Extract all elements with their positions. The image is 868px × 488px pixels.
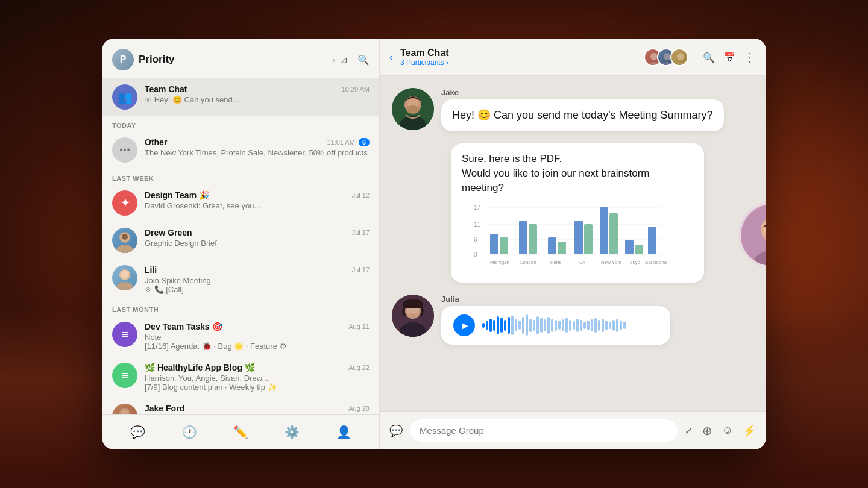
waveform-bar bbox=[587, 321, 590, 330]
chat-item-other[interactable]: ··· Other 11:01 AM 6 The New York Times,… bbox=[102, 131, 379, 169]
chat-item-healthy[interactable]: ≡ 🌿 HealthyLife App Blog 🌿 Aug 22 Harris… bbox=[102, 357, 379, 398]
chat-time: 10:20 AM bbox=[342, 86, 370, 93]
svg-rect-33 bbox=[500, 237, 508, 254]
waveform-bar bbox=[609, 322, 611, 329]
nav-groups-icon[interactable]: ⚙️ bbox=[281, 421, 303, 443]
chat-name-row: Drew Green Jul 17 bbox=[145, 228, 370, 237]
chat-item-team-chat[interactable]: 👥 Team Chat 10:20 AM 👁 Hey! 😊 Can you se… bbox=[102, 78, 379, 116]
calendar-icon[interactable]: 📅 bbox=[723, 52, 735, 63]
waveform-bar bbox=[562, 319, 564, 331]
chat-item-jake-ford[interactable]: Jake Ford Aug 28 👁 🙌 bbox=[102, 398, 379, 414]
julia-sender-name: Julia bbox=[441, 295, 670, 304]
filter-icon[interactable]: ⊿ bbox=[340, 54, 348, 66]
unread-badge: 6 bbox=[359, 138, 370, 146]
jake-sender-name: Jake bbox=[441, 88, 724, 97]
svg-text:London: London bbox=[520, 260, 536, 265]
svg-rect-42 bbox=[625, 240, 634, 254]
nav-chat-icon[interactable]: 💬 bbox=[127, 421, 149, 443]
user-avatar: P bbox=[112, 49, 134, 70]
svg-rect-38 bbox=[574, 221, 583, 254]
chat-item-lili[interactable]: Lili Jul 17 Join Spike Meeting 👁 📞 [Call… bbox=[102, 259, 379, 300]
svg-point-3 bbox=[122, 234, 128, 240]
seen-icon: 👁 bbox=[145, 96, 152, 104]
chat-info-drew: Drew Green Jul 17 Graphic Design Brief bbox=[145, 228, 370, 248]
chat-preview: David Grosenki: Great, see you... bbox=[145, 201, 370, 210]
chat-preview: Join Spike Meeting bbox=[145, 276, 370, 285]
svg-text:11: 11 bbox=[474, 221, 481, 228]
right-msg-content: Sure, here is the PDF.Would you like to … bbox=[451, 143, 704, 282]
waveform-bar bbox=[515, 319, 517, 331]
waveform-bar bbox=[518, 321, 521, 330]
waveform-bar bbox=[555, 320, 557, 331]
chat-item-dev-tasks[interactable]: ≡ Dev Team Tasks 🎯 Aug 11 Note [11/16] A… bbox=[102, 316, 379, 357]
waveform-bar bbox=[529, 319, 532, 332]
input-action-icons: ⤢ ⊕ ☺ ⚡ bbox=[685, 424, 756, 438]
chat-name-row: 🌿 HealthyLife App Blog 🌿 Aug 22 bbox=[145, 363, 370, 372]
waveform-bar bbox=[602, 319, 604, 332]
waveform-bar bbox=[616, 319, 618, 332]
search-chat-icon[interactable]: 🔍 bbox=[703, 52, 715, 63]
chat-name: Drew Green bbox=[145, 228, 192, 237]
sidebar-title-chevron: › bbox=[333, 55, 335, 64]
chat-header-info: Team Chat 3 Participants › bbox=[400, 48, 637, 67]
expand-icon[interactable]: ⤢ bbox=[685, 425, 693, 436]
nav-contacts-icon[interactable]: 👤 bbox=[333, 421, 355, 443]
message-input[interactable] bbox=[410, 419, 678, 442]
chat-preview: Graphic Design Brief bbox=[145, 239, 370, 248]
svg-rect-43 bbox=[635, 245, 643, 254]
chat-item-design-team[interactable]: ✦ Design Team 🎉 Jul 12 David Grosenki: G… bbox=[102, 184, 379, 222]
chat-info-dev: Dev Team Tasks 🎯 Aug 11 Note [11/16] Age… bbox=[145, 322, 370, 351]
waveform-bar bbox=[598, 320, 600, 331]
app-window: P Priority › ⊿ 🔍 👥 Team Chat 10:20 AM bbox=[102, 39, 766, 449]
nav-edit-icon[interactable]: ✏️ bbox=[230, 421, 252, 443]
svg-rect-35 bbox=[529, 224, 537, 254]
waveform bbox=[482, 314, 658, 336]
jake-bubble: Hey! 😊 Can you send me today's Meeting S… bbox=[441, 99, 724, 131]
svg-rect-36 bbox=[548, 237, 556, 254]
svg-point-17 bbox=[677, 53, 684, 60]
svg-point-5 bbox=[116, 282, 133, 290]
waveform-bar bbox=[540, 318, 542, 333]
jake-msg-content: Jake Hey! 😊 Can you send me today's Meet… bbox=[441, 88, 724, 131]
section-last-week: LAST WEEK bbox=[102, 169, 379, 184]
more-icon[interactable]: ⋮ bbox=[744, 50, 756, 64]
sidebar-header: P Priority › ⊿ 🔍 bbox=[102, 39, 379, 78]
search-icon[interactable]: 🔍 bbox=[357, 54, 370, 66]
chat-avatar-dev: ≡ bbox=[112, 322, 137, 347]
waveform-bar bbox=[489, 319, 492, 332]
jake-avatar-svg bbox=[112, 404, 137, 414]
back-button[interactable]: ‹ bbox=[389, 51, 393, 64]
sidebar: P Priority › ⊿ 🔍 👥 Team Chat 10:20 AM bbox=[102, 39, 380, 449]
play-button[interactable]: ▶ bbox=[453, 314, 475, 336]
waveform-bar bbox=[533, 320, 535, 331]
play-icon: ▶ bbox=[462, 321, 468, 330]
waveform-bar bbox=[486, 321, 488, 330]
chat-header-subtitle[interactable]: 3 Participants › bbox=[400, 58, 637, 67]
waveform-bar bbox=[536, 316, 539, 334]
chat-item-drew-green[interactable]: Drew Green Jul 17 Graphic Design Brief bbox=[102, 222, 379, 259]
chat-avatar-other: ··· bbox=[112, 137, 137, 163]
waveform-bar bbox=[565, 318, 568, 333]
waveform-bar bbox=[500, 318, 503, 333]
julia-message-avatar bbox=[392, 295, 434, 337]
add-icon[interactable]: ⊕ bbox=[702, 424, 712, 438]
svg-rect-32 bbox=[490, 234, 498, 254]
lightning-icon[interactable]: ⚡ bbox=[743, 424, 756, 437]
chat-time: Jul 17 bbox=[352, 266, 370, 274]
chat-header: ‹ Team Chat 3 Participants › bbox=[380, 39, 766, 76]
svg-text:Barcelona: Barcelona bbox=[645, 260, 667, 265]
nav-clock-icon[interactable]: 🕐 bbox=[178, 421, 201, 443]
chat-name-row: Dev Team Tasks 🎯 Aug 11 bbox=[145, 322, 370, 331]
chat-name: Team Chat bbox=[145, 84, 187, 94]
chat-name: Design Team 🎉 bbox=[145, 190, 209, 200]
waveform-bar bbox=[576, 319, 579, 332]
waveform-bar bbox=[482, 323, 485, 328]
waveform-bar bbox=[623, 322, 626, 329]
waveform-bar bbox=[551, 319, 553, 332]
svg-rect-37 bbox=[558, 242, 566, 254]
chat-avatar-jake bbox=[112, 404, 137, 414]
section-today: TODAY bbox=[102, 116, 379, 131]
chat-time: 11:01 AM bbox=[327, 139, 354, 146]
waveform-bar bbox=[620, 321, 622, 330]
emoji-icon[interactable]: ☺ bbox=[722, 424, 733, 437]
